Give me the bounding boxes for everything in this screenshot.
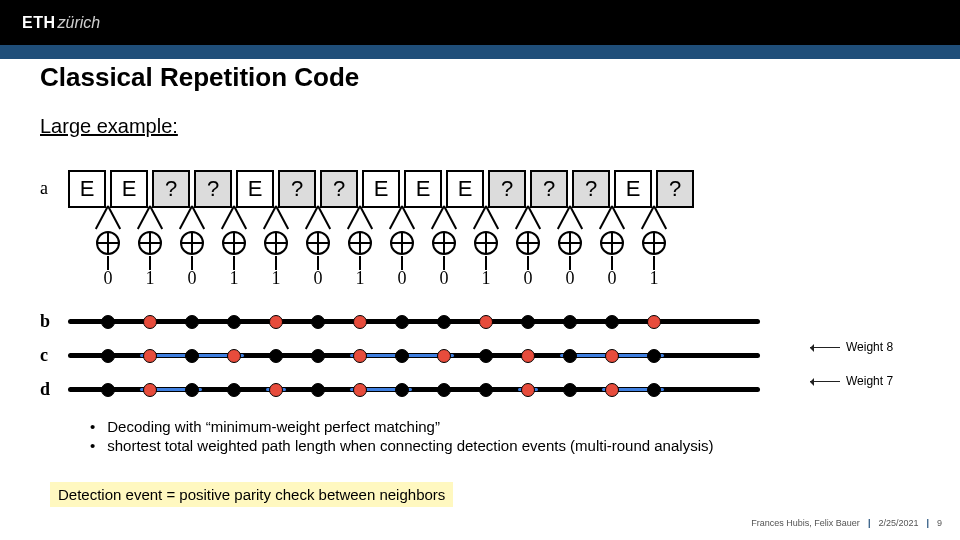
- logo-eth: ETH: [22, 14, 56, 32]
- row-label-c: c: [40, 345, 48, 366]
- black-dot-icon: [437, 383, 451, 397]
- black-dot-icon: [521, 315, 535, 329]
- footer-authors: Frances Hubis, Felix Bauer: [751, 518, 860, 528]
- black-dot-icon: [101, 383, 115, 397]
- bit-value: 1: [341, 268, 379, 289]
- xor-row: [68, 208, 828, 268]
- black-dot-icon: [227, 315, 241, 329]
- bit-value: 1: [467, 268, 505, 289]
- state-box: ?: [278, 170, 316, 208]
- row-label-b: b: [40, 311, 50, 332]
- red-dot-icon: [521, 383, 535, 397]
- xor-cell: [257, 208, 295, 268]
- black-dot-icon: [647, 383, 661, 397]
- xor-cell: [215, 208, 253, 268]
- state-box: ?: [572, 170, 610, 208]
- bit-value: 1: [635, 268, 673, 289]
- state-box: ?: [656, 170, 694, 208]
- red-dot-icon: [143, 315, 157, 329]
- red-dot-icon: [269, 315, 283, 329]
- xor-icon: [389, 230, 415, 256]
- state-box: E: [236, 170, 274, 208]
- black-dot-icon: [563, 383, 577, 397]
- arrow-left-icon: [810, 347, 840, 348]
- black-dot-icon: [185, 349, 199, 363]
- xor-icon: [431, 230, 457, 256]
- red-dot-icon: [437, 349, 451, 363]
- black-dot-icon: [311, 315, 325, 329]
- state-box: ?: [488, 170, 526, 208]
- red-dot-icon: [521, 349, 535, 363]
- black-dot-icon: [479, 349, 493, 363]
- red-dot-icon: [227, 349, 241, 363]
- arrow-left-icon: [810, 381, 840, 382]
- red-dot-icon: [353, 315, 367, 329]
- track-d: d: [60, 373, 780, 407]
- footer: Frances Hubis, Felix Bauer | 2/25/2021 |…: [751, 518, 942, 528]
- xor-icon: [137, 230, 163, 256]
- xor-cell: [509, 208, 547, 268]
- red-dot-icon: [353, 349, 367, 363]
- dots-b: [89, 312, 673, 332]
- black-dot-icon: [563, 315, 577, 329]
- weight-d-label: Weight 7: [810, 374, 893, 388]
- black-dot-icon: [395, 315, 409, 329]
- black-dot-icon: [101, 349, 115, 363]
- red-dot-icon: [353, 383, 367, 397]
- dots-d: [89, 380, 673, 400]
- black-dot-icon: [647, 349, 661, 363]
- xor-icon: [179, 230, 205, 256]
- red-dot-icon: [143, 383, 157, 397]
- definition-highlight: Detection event = positive parity check …: [50, 482, 453, 507]
- xor-icon: [305, 230, 331, 256]
- weight-c-text: Weight 8: [846, 340, 893, 354]
- bit-value: 1: [131, 268, 169, 289]
- slide-title: Classical Repetition Code: [40, 62, 920, 93]
- state-box: E: [404, 170, 442, 208]
- xor-icon: [263, 230, 289, 256]
- header-bar: ETH zürich: [0, 0, 960, 45]
- track-c: c: [60, 339, 780, 373]
- black-dot-icon: [311, 383, 325, 397]
- xor-icon: [347, 230, 373, 256]
- diagram: a EE??E??EEE???E? 01011010010001: [60, 170, 820, 230]
- tracks: b c d: [60, 305, 820, 407]
- state-box: E: [446, 170, 484, 208]
- xor-cell: [425, 208, 463, 268]
- row-label-d: d: [40, 379, 50, 400]
- red-dot-icon: [605, 383, 619, 397]
- black-dot-icon: [185, 383, 199, 397]
- xor-cell: [593, 208, 631, 268]
- bit-value: 0: [425, 268, 463, 289]
- bit-row: 01011010010001: [89, 268, 673, 289]
- footer-sep-icon: |: [926, 518, 929, 528]
- bit-value: 0: [89, 268, 127, 289]
- xor-icon: [473, 230, 499, 256]
- red-dot-icon: [269, 383, 283, 397]
- black-dot-icon: [227, 383, 241, 397]
- track-b: b: [60, 305, 780, 339]
- black-dot-icon: [479, 383, 493, 397]
- red-dot-icon: [605, 349, 619, 363]
- logo-zurich: zürich: [58, 14, 101, 32]
- red-dot-icon: [647, 315, 661, 329]
- state-boxes: EE??E??EEE???E?: [68, 170, 694, 208]
- xor-icon: [557, 230, 583, 256]
- title-accent-bar: [0, 45, 960, 59]
- subtitle: Large example:: [40, 115, 920, 138]
- bit-value: 0: [299, 268, 337, 289]
- state-box: E: [68, 170, 106, 208]
- xor-cell: [551, 208, 589, 268]
- bit-value: 0: [551, 268, 589, 289]
- footer-page: 9: [937, 518, 942, 528]
- xor-icon: [95, 230, 121, 256]
- footer-sep-icon: |: [868, 518, 871, 528]
- weight-d-text: Weight 7: [846, 374, 893, 388]
- state-box: ?: [320, 170, 358, 208]
- xor-cell: [656, 208, 694, 268]
- xor-cell: [131, 208, 169, 268]
- row-label-a: a: [40, 178, 48, 199]
- state-box: E: [362, 170, 400, 208]
- black-dot-icon: [437, 315, 451, 329]
- state-box: ?: [194, 170, 232, 208]
